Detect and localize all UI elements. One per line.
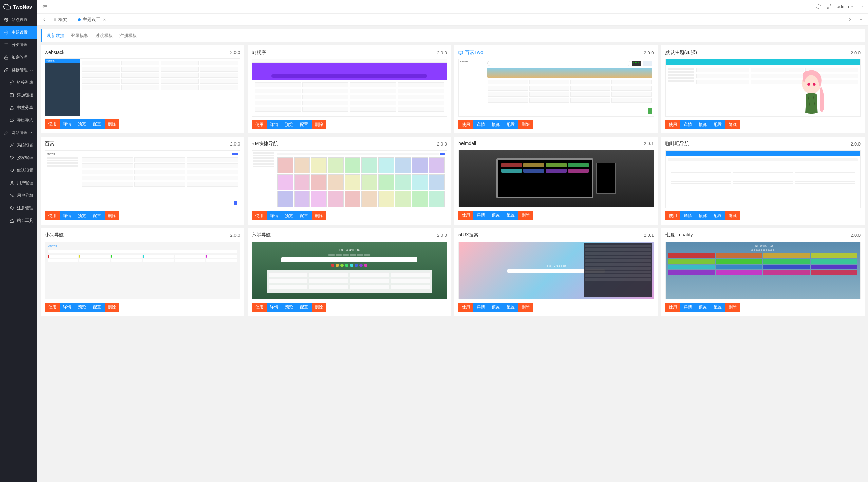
theme-config-button[interactable]: 配置 bbox=[90, 119, 105, 129]
sidebar-subitem-书签分享[interactable]: 书签分享 bbox=[0, 101, 37, 114]
tab-next-button[interactable] bbox=[846, 16, 854, 23]
tab-主题设置[interactable]: 主题设置× bbox=[73, 14, 111, 26]
theme-detail-button[interactable]: 详情 bbox=[680, 303, 695, 312]
theme-preview-button[interactable]: 预览 bbox=[282, 303, 297, 312]
theme-use-button[interactable]: 使用 bbox=[665, 120, 680, 129]
brand-logo[interactable]: TwoNav bbox=[0, 0, 37, 14]
theme-use-button[interactable]: 使用 bbox=[45, 303, 60, 312]
tab-close-button[interactable]: × bbox=[103, 17, 106, 22]
theme-preview-image bbox=[665, 59, 861, 117]
theme-delete-button[interactable]: 删除 bbox=[105, 119, 119, 129]
theme-config-button[interactable]: 配置 bbox=[297, 303, 312, 312]
theme-delete-button[interactable]: 删除 bbox=[312, 211, 326, 220]
theme-use-button[interactable]: 使用 bbox=[252, 120, 267, 129]
theme-config-button[interactable]: 配置 bbox=[503, 120, 518, 129]
theme-detail-button[interactable]: 详情 bbox=[680, 120, 695, 129]
theme-preview-button[interactable]: 预览 bbox=[488, 211, 503, 220]
theme-use-button[interactable]: 使用 bbox=[458, 120, 473, 129]
sidebar-item-链接管理[interactable]: 链接管理 bbox=[0, 64, 37, 76]
theme-config-button[interactable]: 配置 bbox=[503, 211, 518, 220]
theme-actions: 使用 详情 预览 配置 删除 bbox=[458, 120, 654, 129]
sidebar-collapse-button[interactable] bbox=[41, 3, 49, 11]
sidebar-item-网站管理[interactable]: 网站管理 bbox=[0, 127, 37, 139]
theme-detail-button[interactable]: 详情 bbox=[267, 211, 282, 220]
sidebar-item-加密管理[interactable]: 加密管理 bbox=[0, 51, 37, 64]
theme-preview-button[interactable]: 预览 bbox=[282, 120, 297, 129]
toolbar-link-登录模板[interactable]: 登录模板 bbox=[71, 33, 89, 39]
theme-delete-button[interactable]: 删除 bbox=[518, 120, 533, 129]
sidebar-subitem-站长工具[interactable]: 站长工具 bbox=[0, 214, 37, 227]
theme-preview-button[interactable]: 预览 bbox=[282, 211, 297, 220]
user-menu[interactable]: admin bbox=[837, 4, 854, 9]
theme-preview-button[interactable]: 预览 bbox=[488, 120, 503, 129]
sidebar-item-label: 链接列表 bbox=[17, 80, 33, 85]
theme-config-button[interactable]: 配置 bbox=[90, 211, 105, 220]
sidebar-subitem-授权管理[interactable]: 授权管理 bbox=[0, 152, 37, 164]
theme-detail-button[interactable]: 详情 bbox=[680, 211, 695, 220]
sidebar-subitem-系统设置[interactable]: 系统设置 bbox=[0, 139, 37, 152]
theme-detail-button[interactable]: 详情 bbox=[267, 120, 282, 129]
theme-config-button[interactable]: 配置 bbox=[710, 303, 725, 312]
sidebar-subitem-链接列表[interactable]: 链接列表 bbox=[0, 76, 37, 89]
theme-use-button[interactable]: 使用 bbox=[252, 303, 267, 312]
theme-actions: 使用 详情 预览 配置 删除 bbox=[45, 303, 240, 312]
svg-point-28 bbox=[862, 6, 863, 7]
theme-preview-button[interactable]: 预览 bbox=[695, 211, 710, 220]
theme-use-button[interactable]: 使用 bbox=[458, 303, 473, 312]
theme-config-button[interactable]: 配置 bbox=[297, 211, 312, 220]
theme-hide-button[interactable]: 隐藏 bbox=[725, 120, 740, 129]
theme-delete-button[interactable]: 删除 bbox=[312, 120, 326, 129]
theme-detail-button[interactable]: 详情 bbox=[473, 211, 488, 220]
sidebar-item-分类管理[interactable]: 分类管理 bbox=[0, 39, 37, 51]
sidebar-subitem-默认设置[interactable]: 默认设置 bbox=[0, 164, 37, 177]
refresh-button[interactable] bbox=[816, 4, 821, 9]
chevron-right-icon bbox=[848, 17, 852, 22]
sidebar-subitem-导出导入[interactable]: 导出导入 bbox=[0, 114, 37, 127]
theme-preview-button[interactable]: 预览 bbox=[695, 303, 710, 312]
theme-preview-button[interactable]: 预览 bbox=[75, 119, 90, 129]
tab-prev-button[interactable] bbox=[41, 16, 48, 23]
sidebar-item-站点设置[interactable]: 站点设置 bbox=[0, 14, 37, 26]
toolbar-link-过渡模板[interactable]: 过渡模板 bbox=[95, 33, 113, 39]
theme-preview-button[interactable]: 预览 bbox=[75, 211, 90, 220]
svg-point-15 bbox=[11, 181, 12, 183]
theme-hide-button[interactable]: 隐藏 bbox=[725, 211, 740, 220]
fullscreen-button[interactable] bbox=[827, 4, 832, 9]
theme-config-button[interactable]: 配置 bbox=[503, 303, 518, 312]
sidebar-subitem-注册管理[interactable]: 注册管理 bbox=[0, 202, 37, 214]
theme-delete-button[interactable]: 删除 bbox=[518, 211, 533, 220]
theme-delete-button[interactable]: 删除 bbox=[105, 211, 119, 220]
theme-detail-button[interactable]: 详情 bbox=[473, 303, 488, 312]
theme-use-button[interactable]: 使用 bbox=[665, 303, 680, 312]
theme-delete-button[interactable]: 删除 bbox=[518, 303, 533, 312]
theme-use-button[interactable]: 使用 bbox=[665, 211, 680, 220]
theme-preview-button[interactable]: 预览 bbox=[488, 303, 503, 312]
theme-use-button[interactable]: 使用 bbox=[45, 211, 60, 220]
theme-detail-button[interactable]: 详情 bbox=[60, 211, 75, 220]
sidebar-subitem-用户管理[interactable]: 用户管理 bbox=[0, 177, 37, 189]
theme-preview-button[interactable]: 预览 bbox=[695, 120, 710, 129]
theme-config-button[interactable]: 配置 bbox=[90, 303, 105, 312]
theme-config-button[interactable]: 配置 bbox=[710, 211, 725, 220]
more-button[interactable] bbox=[860, 4, 865, 9]
theme-delete-button[interactable]: 删除 bbox=[105, 303, 119, 312]
theme-delete-button[interactable]: 删除 bbox=[312, 303, 326, 312]
toolbar-link-注册模板[interactable]: 注册模板 bbox=[119, 33, 137, 39]
theme-detail-button[interactable]: 详情 bbox=[473, 120, 488, 129]
theme-config-button[interactable]: 配置 bbox=[297, 120, 312, 129]
theme-use-button[interactable]: 使用 bbox=[252, 211, 267, 220]
theme-preview-button[interactable]: 预览 bbox=[75, 303, 90, 312]
tab-dropdown-button[interactable] bbox=[857, 16, 865, 23]
toolbar-link-刷新数据[interactable]: 刷新数据 bbox=[47, 33, 64, 39]
theme-detail-button[interactable]: 详情 bbox=[60, 119, 75, 129]
theme-use-button[interactable]: 使用 bbox=[458, 211, 473, 220]
sidebar-item-主题设置[interactable]: 主题设置 bbox=[0, 26, 37, 39]
theme-detail-button[interactable]: 详情 bbox=[267, 303, 282, 312]
sidebar-subitem-用户分组[interactable]: 用户分组 bbox=[0, 189, 37, 202]
theme-use-button[interactable]: 使用 bbox=[45, 119, 60, 129]
tab-概要[interactable]: 概要 bbox=[48, 14, 73, 26]
theme-detail-button[interactable]: 详情 bbox=[60, 303, 75, 312]
sidebar-subitem-添加链接[interactable]: 添加链接 bbox=[0, 89, 37, 101]
theme-config-button[interactable]: 配置 bbox=[710, 120, 725, 129]
theme-delete-button[interactable]: 删除 bbox=[725, 303, 740, 312]
